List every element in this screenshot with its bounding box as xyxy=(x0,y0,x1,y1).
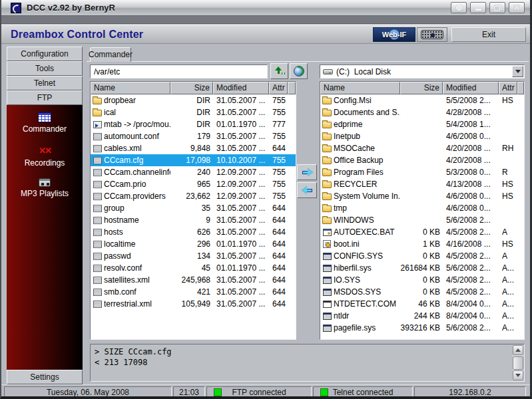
file-row[interactable]: ntldr 244 KB 8/4/2004 0... A... xyxy=(320,310,524,322)
column-header-name[interactable]: Name xyxy=(320,82,400,94)
ftp-status-label: FTP connected xyxy=(232,388,286,397)
copy-to-left-button[interactable] xyxy=(297,182,317,198)
column-header-size[interactable]: Size xyxy=(170,82,213,94)
file-row[interactable]: smb.conf 421 31.05.2007 ... 644 xyxy=(91,286,296,298)
file-row[interactable]: System Volume In... 4/6/2008 0... HS xyxy=(320,190,524,202)
close-button[interactable]: ✕ xyxy=(509,2,525,13)
file-row[interactable]: Office Backup 4/20/2008 ... xyxy=(320,154,524,166)
restore-button[interactable] xyxy=(489,2,505,13)
file-attr: 644 xyxy=(269,215,288,225)
file-row[interactable]: Documents and S... 4/28/2008 ... xyxy=(320,106,524,118)
file-row[interactable]: automount.conf 179 31.05.2007 ... 755 xyxy=(91,130,296,142)
file-row[interactable]: group 35 31.05.2007 ... 644 xyxy=(91,202,296,214)
file-attr: A... xyxy=(499,323,517,332)
file-size: 0 KB xyxy=(400,287,443,297)
scrollbar-thumb[interactable] xyxy=(513,356,523,370)
file-modified: 31.05.2007 ... xyxy=(213,275,269,285)
sidebar-item-recordings[interactable]: Recordings xyxy=(7,144,83,168)
file-row[interactable]: tmp 4/6/2008 0... xyxy=(320,202,524,214)
file-row[interactable]: passwd 134 31.05.2007 ... 644 xyxy=(91,250,296,262)
column-header-modified[interactable]: Modified xyxy=(213,82,269,94)
sidebar-item-telnet[interactable]: Telnet xyxy=(7,76,83,90)
sidebar-item-mp3-playlists[interactable]: MP3 Playlists xyxy=(7,178,83,198)
file-row[interactable]: edprime 5/4/2008 1... xyxy=(320,118,524,130)
ftp-section-panel: Commander Recordings MP3 Playlists xyxy=(7,105,83,370)
copy-to-right-button[interactable] xyxy=(297,164,317,180)
remote-button[interactable] xyxy=(417,27,447,42)
column-header-size[interactable]: Size xyxy=(400,82,443,94)
file-row[interactable]: MSOCache 4/20/2008 ... RH xyxy=(320,142,524,154)
file-size: 261684 KB xyxy=(400,263,443,273)
column-header-name[interactable]: Name xyxy=(91,82,170,94)
conf-icon xyxy=(93,169,102,176)
file-row[interactable]: CCcam.prio 965 12.09.2007 ... 755 xyxy=(91,178,296,190)
file-row[interactable]: CONFIG.SYS 0 KB 4/5/2008 2... A xyxy=(320,250,524,262)
file-row[interactable]: ical DIR 31.05.2007 ... 755 xyxy=(91,106,296,118)
file-row[interactable]: Inetpub 4/6/2008 0... xyxy=(320,130,524,142)
file-row[interactable]: satellites.xml 245,968 31.05.2007 ... 64… xyxy=(91,274,296,286)
remote-file-rows: dropbear DIR 31.05.2007 ... 755 ical DIR… xyxy=(91,94,296,310)
telnet-connected-led-icon xyxy=(320,388,328,396)
file-size: 244 KB xyxy=(400,311,443,321)
chevron-down-icon xyxy=(515,70,521,76)
file-row[interactable]: CCcam.cfg 17,098 10.10.2007 ... 755 xyxy=(91,154,296,166)
file-row[interactable]: boot.ini 1 KB 4/16/2008 ... HS xyxy=(320,238,524,250)
minimize-button[interactable] xyxy=(470,2,486,13)
file-row[interactable]: pagefile.sys 393216 KB 5/6/2008 2... A..… xyxy=(320,322,524,334)
tray-button[interactable] xyxy=(451,2,467,13)
file-row[interactable]: dropbear DIR 31.05.2007 ... 755 xyxy=(91,94,296,106)
file-row[interactable]: mtab -> /proc/mou... DIR 01.01.1970 ... … xyxy=(91,118,296,130)
file-row[interactable]: IO.SYS 0 KB 4/5/2008 2... A... xyxy=(320,274,524,286)
column-header-modified[interactable]: Modified xyxy=(443,82,499,94)
drive-select[interactable]: (C:) Local Disk xyxy=(320,65,525,78)
file-row[interactable]: hiberfil.sys 261684 KB 5/6/2008 2... A..… xyxy=(320,262,524,274)
file-row[interactable]: localtime 296 01.01.1970 ... 644 xyxy=(91,238,296,250)
tab-commander[interactable]: Commander xyxy=(90,47,131,62)
file-modified: 4/13/2008 ... xyxy=(443,180,499,189)
file-row[interactable]: Program Files 5/3/2008 0... R xyxy=(320,166,524,178)
ftp-connected-led-icon xyxy=(214,388,222,396)
sidebar-item-commander[interactable]: Commander xyxy=(7,112,83,134)
file-row[interactable]: CCcam.channelinfo 240 12.09.2007 ... 755 xyxy=(91,166,296,178)
file-name: group xyxy=(104,203,170,213)
file-row[interactable]: resolv.conf 45 01.01.1970 ... 644 xyxy=(91,262,296,274)
file-row[interactable]: hostname 9 31.05.2007 ... 644 xyxy=(91,214,296,226)
column-header-attr[interactable]: Attr xyxy=(499,82,517,94)
file-row[interactable]: cables.xml 9,848 31.05.2007 ... 644 xyxy=(91,142,296,154)
sidebar-item-configuration[interactable]: Configuration xyxy=(7,47,83,61)
file-size: 45 xyxy=(170,263,213,273)
file-row[interactable]: hosts 626 31.05.2007 ... 644 xyxy=(91,226,296,238)
file-row[interactable]: MSDOS.SYS 0 KB 4/5/2008 2... A... xyxy=(320,286,524,298)
path-input[interactable] xyxy=(90,65,268,78)
settings-button[interactable]: Settings xyxy=(7,370,83,384)
scroll-down-button[interactable] xyxy=(513,370,523,380)
file-row[interactable]: NTDETECT.COM 46 KB 8/4/2004 0... A... xyxy=(320,298,524,310)
file-row[interactable]: WINDOWS 5/6/2008 2... xyxy=(320,214,524,226)
column-header-attr[interactable]: Attr xyxy=(269,82,288,94)
webif-button[interactable]: Web-IF xyxy=(373,27,415,42)
restore-icon xyxy=(494,5,501,11)
file-modified: 31.05.2007 ... xyxy=(213,251,269,261)
exit-button[interactable]: Exit xyxy=(451,27,526,42)
conf-icon xyxy=(93,265,102,272)
dcc-window: DCC v2.92 by BernyR ✕ Dreambox Control C… xyxy=(0,0,532,399)
file-attr: 644 xyxy=(269,227,288,237)
file-attr: A... xyxy=(499,311,517,321)
refresh-button[interactable] xyxy=(290,63,308,79)
file-attr: 644 xyxy=(269,203,288,213)
file-row[interactable]: terrestrial.xml 105,949 31.05.2007 ... 6… xyxy=(91,298,296,310)
log-scrollbar[interactable] xyxy=(513,345,523,380)
file-row[interactable]: CCcam.providers 23,662 12.09.2007 ... 75… xyxy=(91,190,296,202)
file-modified: 4/5/2008 2... xyxy=(443,251,499,261)
folder-up-button[interactable] xyxy=(270,63,288,79)
file-row[interactable]: RECYCLER 4/13/2008 ... HS xyxy=(320,178,524,190)
scroll-up-button[interactable] xyxy=(513,345,523,355)
file-attr: A xyxy=(499,251,517,261)
file-modified: 4/20/2008 ... xyxy=(443,156,499,165)
sidebar-item-tools[interactable]: Tools xyxy=(7,61,83,76)
file-row[interactable]: AUTOEXEC.BAT 0 KB 4/5/2008 2... A xyxy=(320,226,524,238)
file-row[interactable]: Config.Msi 5/5/2008 2... HS xyxy=(320,94,524,106)
drive-dropdown-button[interactable] xyxy=(512,66,523,77)
sidebar-item-ftp[interactable]: FTP xyxy=(7,90,83,105)
arrow-right-icon xyxy=(302,168,313,176)
